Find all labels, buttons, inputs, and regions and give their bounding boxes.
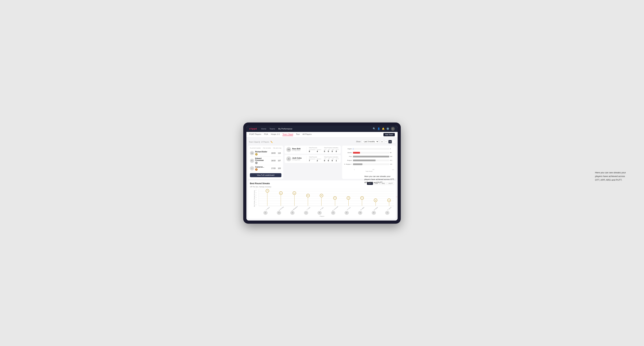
settings-icon[interactable]: ⚙️ <box>386 127 389 130</box>
list-view-btn[interactable]: ≡ <box>384 140 388 144</box>
y-tick: 5 <box>256 192 256 193</box>
subnav-pga[interactable]: PGA <box>264 133 268 136</box>
dot-badge: 4x <box>347 196 350 200</box>
dot-stem <box>281 195 281 206</box>
y-tick: 4 <box>256 194 256 195</box>
dot-avatar: D <box>290 211 294 215</box>
player-name-below: M. Miller <box>360 206 365 210</box>
card-date: 02 Sep 2023 <box>292 150 300 151</box>
tournament-label: Tournament <box>309 149 315 150</box>
dot-column: 3xR. Butler <box>374 198 377 206</box>
bar-chart-panel: Eagles3Birdies96Pars499Bogeys311D. Bogey… <box>342 146 396 179</box>
dot-stem <box>376 202 376 206</box>
tablet-frame: clippd Home Teams My Performance 🔍 👤 🔔 ⚙… <box>243 123 401 224</box>
stat-app: APP 0 <box>328 149 330 152</box>
table-view-btn[interactable]: ↓ <box>392 140 396 144</box>
period-select[interactable]: Last 3 months <box>362 140 379 143</box>
bar-fill <box>353 163 362 165</box>
player-avg: 110 <box>277 152 282 154</box>
card-name: Rees Britt <box>292 148 300 150</box>
nav-teams[interactable]: Teams <box>270 128 275 130</box>
y-tick: 6 <box>256 190 256 191</box>
card-text-2: Josh Coles 26 Aug 2023 <box>292 157 302 161</box>
nav-left: clippd Home Teams My Performance <box>249 127 292 130</box>
subnav-pgat[interactable]: PGAT Players <box>249 133 261 136</box>
bar-container <box>353 163 389 165</box>
bar-axis: 0 200 400 <box>344 169 394 170</box>
dot-column: 6xD. Billingham <box>292 191 296 206</box>
stat-tournament-2: Tournament 7 <box>309 158 315 162</box>
stat-app-2: APP 0 <box>328 158 330 162</box>
rounds-label-2: Total Rounds <box>309 156 321 158</box>
bar-label: Birdies <box>344 152 353 154</box>
annotation-text: Here you can see streaks your players ha… <box>364 175 396 184</box>
practice-label: Practice <box>317 149 321 150</box>
bar-row: Bogeys311 <box>344 159 394 162</box>
player-name-below: R. Butler <box>374 206 378 211</box>
player-name-below: J. Coles <box>306 206 310 210</box>
edit-team-icon[interactable]: ✏️ <box>270 141 273 143</box>
streaks-title: Best Round Streaks <box>250 182 270 185</box>
bar-container <box>353 156 389 158</box>
subnav-tour[interactable]: Tour <box>296 133 300 136</box>
nav-my-performance[interactable]: My Performance <box>278 128 292 130</box>
player-name: Edward Crossman <box>255 158 270 161</box>
activities-row-2: OTT 0 APP 0 ARG 0 <box>324 158 339 162</box>
stat-row-2: Tournament 7 Practice 2 <box>309 158 321 162</box>
nav-right: 🔍 👤 🔔 ⚙️ U <box>373 127 395 131</box>
col-pb-score: PB SCORE <box>263 147 271 149</box>
user-icon[interactable]: 👤 <box>377 127 380 130</box>
grid-view-btn[interactable]: ⊞ <box>380 140 384 144</box>
player-name-below: C. Quick <box>387 206 392 211</box>
bell-icon[interactable]: 🔔 <box>382 127 385 130</box>
card-divider-2 <box>306 156 306 162</box>
card-view-btn[interactable]: ▤ <box>388 140 392 144</box>
player-score: 17/20 <box>270 168 276 169</box>
bar-row: Pars499 <box>344 155 394 158</box>
dot-avatar: E <box>264 211 268 215</box>
stat-ott: OTT 0 <box>324 149 326 152</box>
dot-badge: 6x <box>292 191 296 195</box>
team-title-area: Team Clippd | 14 Players ✏️ <box>248 140 273 143</box>
subnav-all-players[interactable]: All Players <box>302 133 312 136</box>
dot-column: 4xD. Ford <box>347 196 350 206</box>
stat-group-activities: Total Practice Activities OTT 0 APP 0 <box>324 147 339 152</box>
player-name: Richard Butler <box>255 151 270 153</box>
subnav-hcaps[interactable]: Hcaps 1-5 <box>271 133 280 136</box>
y-tick: 2 <box>256 199 256 200</box>
bar-container <box>353 160 389 161</box>
player-avg: 103 <box>277 168 282 169</box>
nav-home[interactable]: Home <box>261 128 266 130</box>
stat-practice-2: Practice 2 <box>317 158 321 162</box>
view-leaderboard-button[interactable]: View Full Leaderboard <box>250 173 282 177</box>
dot-avatar: J <box>304 211 308 215</box>
bar-value: 3 <box>390 148 394 150</box>
y-tick: 1 <box>256 201 256 203</box>
players-label: Players <box>250 215 394 217</box>
top-section: PLAYER NAME PB SCORE PB AVG SQ RB Richar… <box>248 146 396 179</box>
add-team-button[interactable]: Add Team <box>384 133 395 136</box>
tablet-screen: clippd Home Teams My Performance 🔍 👤 🔔 ⚙… <box>246 126 398 220</box>
stat-putt-2: PUTT 1 <box>336 158 339 162</box>
bar-value: 311 <box>390 160 394 161</box>
dot-avatar: R <box>372 211 376 215</box>
dot-avatar: M <box>358 211 362 215</box>
player-card: RB Rees Britt 02 Sep 2023 Total Rounds <box>284 146 341 154</box>
dot-stem <box>267 192 268 206</box>
player-info: Edward Crossman 2 <box>255 158 270 164</box>
player-badge: 3 <box>255 168 258 171</box>
dot-avatar: C <box>385 211 390 215</box>
avatar[interactable]: U <box>391 127 395 131</box>
streaks-panel: Best Round Streaks OTT APP ARG PUTT Off … <box>248 180 396 219</box>
nav-bar: clippd Home Teams My Performance 🔍 👤 🔔 ⚙… <box>246 126 398 132</box>
search-icon[interactable]: 🔍 <box>373 127 376 130</box>
stat-row-activities: OTT 0 APP 0 ARG 0 <box>324 149 339 152</box>
avatar: C <box>250 166 254 170</box>
subnav-team-clippd[interactable]: Team Clippd <box>282 133 293 136</box>
stat-practice: Practice 4 <box>317 149 321 152</box>
dot-badge: 5x <box>320 194 323 197</box>
nav-links: Home Teams My Performance <box>261 128 292 130</box>
bar-label: Eagles <box>344 148 353 150</box>
player-score: 18/20 <box>270 160 276 162</box>
dot-column: 3xC. Quick <box>387 198 391 206</box>
